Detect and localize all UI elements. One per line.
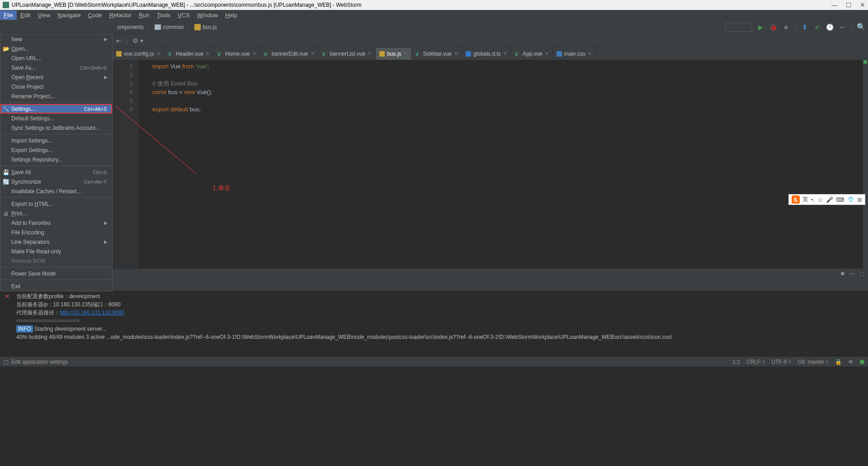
menu-file[interactable]: File [0,10,17,20]
terminal-maximize-icon[interactable]: ⬚ [859,271,864,277]
tab-close-icon[interactable]: ✕ [368,51,372,57]
file-menu-item[interactable]: Add to Favorites▶ [0,218,112,228]
vcs-update-icon[interactable]: ⬇ [801,23,809,31]
caret-position[interactable]: 1:1 [733,359,741,365]
tab-label: globals.d.ts [473,51,501,57]
menu-navigate[interactable]: Navigate [54,10,84,20]
menu-help[interactable]: Help [222,10,241,20]
tab-close-icon[interactable]: ✕ [311,51,315,57]
editor-tab[interactable]: main.css✕ [553,48,596,60]
minimize-button[interactable]: — [831,1,838,9]
ime-lang[interactable]: 英 [802,195,808,204]
toolwindow-toggle-icon[interactable]: ▢ [4,359,9,365]
menu-item-label: Export Settings... [11,147,52,153]
file-encoding[interactable]: UTF-8 ÷ [771,359,791,365]
menu-code[interactable]: Code [85,10,106,20]
ime-emoji-icon[interactable]: ☺ [817,196,823,203]
tab-close-icon[interactable]: ✕ [454,51,458,57]
collapse-icon[interactable]: ⇤ [116,37,122,44]
line-separator[interactable]: CRLF ÷ [746,359,765,365]
file-menu-item[interactable]: Make File Read-only [0,247,112,256]
editor-tab[interactable]: App.vue✕ [511,48,553,60]
menu-run[interactable]: Run [135,10,153,20]
file-menu-item[interactable]: 🖨Print... [0,209,112,218]
editor-tab[interactable]: Header.vue✕ [165,48,214,60]
file-menu-item[interactable]: Power Save Mode [0,269,112,278]
run-config-dropdown[interactable] [725,23,752,32]
file-menu-item[interactable]: Settings Repository... [0,155,112,164]
ime-skin-icon[interactable]: 👕 [847,196,854,203]
file-menu-item[interactable]: Export to HTML... [0,199,112,209]
ime-voice-icon[interactable]: 🎤 [826,196,833,203]
stop-icon[interactable]: ■ [782,23,790,31]
file-menu-item[interactable]: Export Settings... [0,145,112,155]
code-area[interactable]: import Vue from 'vue'; // 使用 Event Busco… [138,60,863,268]
editor-tab[interactable]: Home.vue✕ [214,48,260,60]
menu-vcs[interactable]: VCS [174,10,193,20]
terminal-settings-icon[interactable]: ✱ [840,271,845,277]
tab-label: vue.config.js [124,51,154,57]
tab-close-icon[interactable]: ✕ [588,51,592,57]
debug-icon[interactable]: 🐞 [769,23,778,31]
ime-toolbar[interactable]: S 英 •, ☺ 🎤 ⌨ 👕 ⊞ [788,194,865,205]
vcs-commit-icon[interactable]: ✔ [813,23,821,31]
menu-refactor[interactable]: Refactor [106,10,135,20]
file-menu-item[interactable]: Close Project [0,82,112,91]
file-menu-item[interactable]: Exit [0,281,112,291]
maximize-button[interactable]: ☐ [846,1,852,9]
file-menu-item[interactable]: Line Separators▶ [0,237,112,247]
editor-tab[interactable]: bannerList.vue✕ [319,48,376,60]
file-menu-item[interactable]: New▶ [0,34,112,44]
editor-tab[interactable]: Sidebar.vue✕ [412,48,462,60]
tab-close-icon[interactable]: ✕ [156,51,160,57]
tab-close-icon[interactable]: ✕ [503,51,507,57]
ime-punct-icon[interactable]: •, [811,196,815,203]
git-branch[interactable]: Git: master ÷ [797,359,829,365]
breadcrumb-item[interactable]: bus.js [193,24,218,30]
menu-item-label: Save All [11,169,31,176]
vcs-history-icon[interactable]: 🕐 [826,23,834,31]
vcs-revert-icon[interactable]: ↩ [839,23,847,31]
terminal-minimize-icon[interactable]: — [849,271,855,277]
editor-tab[interactable]: bannerEdit.vue✕ [260,48,319,60]
tab-close-icon[interactable]: ✕ [545,51,549,57]
file-menu-item[interactable]: Open URL... [0,53,112,63]
terminal-stop-icon[interactable]: ✕ [5,292,10,300]
gear-icon[interactable]: ⚙ ▾ [132,37,143,44]
editor[interactable]: 123456 import Vue from 'vue'; // 使用 Even… [113,60,868,268]
file-menu-item[interactable]: Save As...Ctrl+Shift+S [0,63,112,72]
folder-icon [155,24,161,30]
ime-keyboard-icon[interactable]: ⌨ [836,196,844,203]
file-menu-item[interactable]: Invalidate Caches / Restart... [0,186,112,196]
close-button[interactable]: ✕ [860,1,865,9]
file-menu-item[interactable]: 🔄SynchronizeCtrl+Alt+Y [0,177,112,186]
run-icon[interactable]: ▶ [757,23,765,31]
file-menu-item[interactable]: 🔧Settings...Ctrl+Alt+S [0,104,112,114]
file-menu-item[interactable]: Open Recent▶ [0,72,112,82]
terminal-output[interactable]: ✕ 当前配置参数profile：development 当前服务器ip：10.1… [0,290,868,357]
file-menu-item[interactable]: 📂Open... [0,44,112,53]
menu-tools[interactable]: Tools [153,10,174,20]
breadcrumb-item[interactable]: omponents [115,24,146,30]
breadcrumb-item[interactable]: common [153,24,185,30]
file-menu-item[interactable]: Sync Settings to JetBrains Account... [0,123,112,133]
search-icon[interactable]: 🔍 [857,23,865,31]
file-menu-item[interactable]: File Encoding [0,228,112,237]
file-menu-item[interactable]: 💾Save AllCtrl+S [0,167,112,177]
tab-close-icon[interactable]: ✕ [252,51,256,57]
editor-tab[interactable]: bus.js✕ [376,48,411,60]
menu-window[interactable]: Window [193,10,222,20]
editor-tab[interactable]: vue.config.js✕ [113,48,165,60]
tab-close-icon[interactable]: ✕ [404,51,408,57]
proxy-url-link[interactable]: http://10.160.131.116:8090 [60,309,124,316]
inspections-icon[interactable]: 👁 [848,359,854,365]
tab-close-icon[interactable]: ✕ [206,51,210,57]
menu-view[interactable]: View [34,10,54,20]
file-menu-item[interactable]: Rename Project... [0,91,112,101]
lock-icon[interactable]: 🔒 [835,359,842,365]
file-menu-item[interactable]: Default Settings... [0,114,112,123]
ime-toolbox-icon[interactable]: ⊞ [857,196,862,203]
editor-tab[interactable]: globals.d.ts✕ [462,48,511,60]
file-menu-item[interactable]: Import Settings... [0,136,112,145]
menu-edit[interactable]: Edit [17,10,34,20]
